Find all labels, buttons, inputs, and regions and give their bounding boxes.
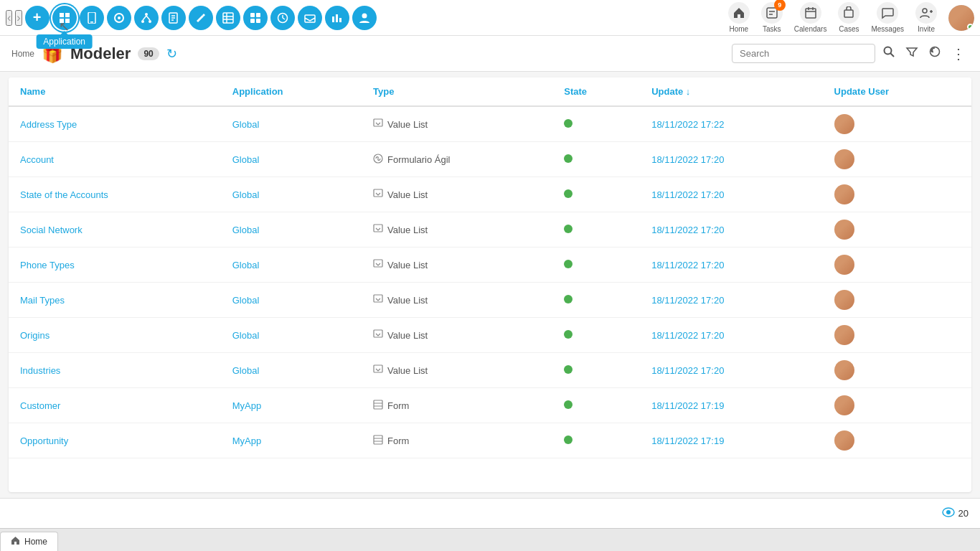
row-app-link[interactable]: Global [232,119,260,130]
application-btn[interactable] [52,6,77,30]
cell-name: State of the Accounts [9,177,221,212]
col-application[interactable]: Application [221,77,362,106]
search-area: ⋮ [732,42,969,65]
row-name-link[interactable]: Address Type [20,119,77,130]
footer-count: 20 [941,506,969,521]
grid-btn[interactable] [243,6,268,30]
row-name-link[interactable]: Phone Types [20,260,75,270]
col-state[interactable]: State [552,77,640,106]
cell-name: Opportunity [9,423,221,458]
nav-calendars[interactable]: Calendars [794,2,827,33]
row-name-link[interactable]: Mail Types [20,295,65,306]
tasks-badge: 9 [774,0,786,11]
table-area: Name Application Type State Update ↓ Upd… [9,77,971,492]
row-name-link[interactable]: Opportunity [20,435,68,446]
row-app-link[interactable]: Global [232,260,260,270]
col-type[interactable]: Type [362,77,552,106]
row-app-link[interactable]: Global [232,189,260,200]
row-app-link[interactable]: Global [232,225,260,235]
row-name-link[interactable]: Social Network [20,225,83,235]
refresh-btn[interactable]: ↻ [166,46,177,62]
more-btn[interactable]: ⋮ [948,42,969,65]
row-app-link[interactable]: MyApp [232,400,261,411]
cell-name: Account [9,142,221,177]
svg-line-12 [146,16,150,20]
row-name-link[interactable]: Industries [20,365,60,376]
table-row: Address TypeGlobalValue List18/11/2022 1… [9,106,971,142]
tab-home[interactable]: Home [0,532,58,551]
nav-invite[interactable]: Invite [915,2,937,33]
col-update[interactable]: Update ↓ [640,77,822,106]
table-body: Address TypeGlobalValue List18/11/2022 1… [9,106,971,458]
cell-name: Address Type [9,106,221,142]
search-input[interactable] [732,44,875,63]
status-dot [564,154,573,163]
type-icon [373,435,383,447]
row-user-avatar [834,114,854,134]
cases-nav-label: Cases [839,25,859,33]
filter-btn[interactable] [903,42,921,65]
cell-update-user [823,212,971,248]
table-row: CustomerMyAppForm18/11/2022 17:19 [9,388,971,423]
back-arrow-btn[interactable]: ‹ [6,10,12,26]
type-label: Value List [387,189,428,200]
cell-name: Industries [9,353,221,388]
add-btn[interactable]: + [25,6,50,30]
row-app-link[interactable]: Global [232,365,260,376]
svg-point-7 [118,17,121,19]
row-app-link[interactable]: Global [232,330,260,341]
table-btn[interactable] [216,6,240,30]
cell-type: Value List [362,353,552,388]
history-btn[interactable] [925,42,944,65]
pen-btn[interactable] [189,6,213,30]
tab-home-icon [11,536,20,547]
row-user-avatar [834,360,854,380]
application-tooltip: Application [36,34,93,49]
cell-type: Value List [362,106,552,142]
forward-arrow-btn[interactable]: › [15,10,22,26]
row-user-avatar [834,325,854,345]
row-user-avatar [834,430,854,451]
row-name-link[interactable]: Customer [20,400,60,411]
process-btn[interactable] [107,6,131,30]
cell-update: 18/11/2022 17:20 [640,248,822,283]
row-name-link[interactable]: Origins [20,330,50,341]
type-icon [373,329,383,342]
chart-btn[interactable] [325,6,349,30]
nav-messages[interactable]: Messages [871,2,904,33]
modeler-table: Name Application Type State Update ↓ Upd… [9,77,971,458]
user-contact-btn[interactable] [352,6,377,30]
svg-rect-40 [844,10,853,17]
report-btn[interactable] [161,6,186,30]
nav-tasks[interactable]: 9 Tasks [761,2,783,33]
nav-cases[interactable]: Cases [838,2,859,33]
cell-type: Value List [362,318,552,353]
cell-name: Origins [9,318,221,353]
search-btn[interactable] [880,42,898,65]
cell-update: 18/11/2022 17:22 [640,106,822,142]
row-app-link[interactable]: Global [232,154,260,165]
messages-nav-icon [877,2,898,24]
clock-btn[interactable] [270,6,295,30]
row-name-link[interactable]: State of the Accounts [20,189,108,200]
cell-update: 18/11/2022 17:20 [640,177,822,212]
cell-state [552,177,640,212]
row-app-link[interactable]: MyApp [232,435,261,446]
table-row: Phone TypesGlobalValue List18/11/2022 17… [9,248,971,283]
cell-update: 18/11/2022 17:20 [640,318,822,353]
svg-rect-55 [374,400,382,409]
nav-home[interactable]: Home [728,2,750,33]
row-name-link[interactable]: Account [20,154,54,165]
cell-name: Social Network [9,212,221,248]
mobile-btn[interactable] [80,6,104,30]
row-app-link[interactable]: Global [232,295,260,306]
network-btn[interactable] [134,6,159,30]
table-row: OriginsGlobalValue List18/11/2022 17:20 [9,318,971,353]
inbox-btn[interactable] [298,6,322,30]
svg-line-45 [890,53,894,57]
toolbar-left: ‹ › + Application ↖ [6,6,725,30]
col-update-user[interactable]: Update User [823,77,971,106]
col-name[interactable]: Name [9,77,221,106]
user-avatar[interactable] [948,5,974,31]
cell-update-user [823,177,971,212]
